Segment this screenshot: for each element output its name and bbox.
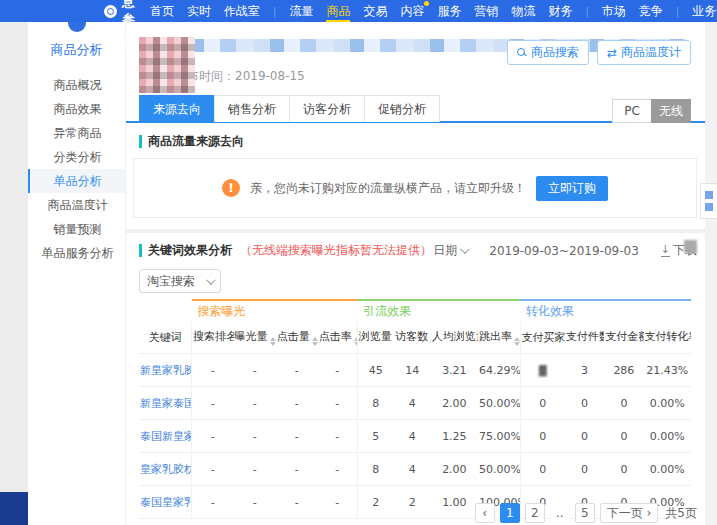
sort-icon[interactable] <box>514 337 520 346</box>
channel-select[interactable]: 淘宝搜索 <box>139 269 221 293</box>
value-cell: - <box>234 453 276 486</box>
order-now-button[interactable]: 立即订购 <box>536 176 608 201</box>
keyword-link[interactable]: 皇家乳胶枕 <box>140 463 192 476</box>
value-cell: 0 <box>565 420 604 453</box>
value-cell: ▓ <box>520 354 565 387</box>
device-pc[interactable]: PC <box>612 99 652 123</box>
column-exposure[interactable]: 曝光量 <box>234 321 276 354</box>
sort-icon[interactable] <box>354 337 357 346</box>
page-prev[interactable]: ‹ <box>475 503 495 523</box>
page-2[interactable]: 2 <box>525 503 545 523</box>
value-cell: 0 <box>565 387 604 420</box>
tab-visitor-analysis[interactable]: 访客分析 <box>289 95 365 122</box>
nav-item-product[interactable]: 商品 <box>326 0 350 22</box>
nav-item-logistics[interactable]: 物流 <box>511 0 535 22</box>
value-cell: - <box>234 420 276 453</box>
column-pay-conversion[interactable]: 支付转化率 <box>644 321 691 354</box>
nav-divider: | <box>273 6 276 17</box>
tab-source-destination[interactable]: 来源去向 <box>139 95 215 122</box>
sidebar-item-product-effect[interactable]: 商品效果 <box>28 97 125 121</box>
keyword-section-header: 关键词效果分析 （无线端搜索曝光指标暂无法提供） 日期 2019-09-03~2… <box>139 242 697 259</box>
keyword-link[interactable]: 泰国皇家乳胶 <box>140 496 192 509</box>
nav-item-business-zone[interactable]: 业务专区 <box>692 0 717 22</box>
sidebar-item-product-thermometer[interactable]: 商品温度计 <box>28 193 125 217</box>
column-pay-amount[interactable]: 支付金额 <box>604 321 643 354</box>
tab-promotion-analysis[interactable]: 促销分析 <box>364 95 440 122</box>
brand[interactable]: 生意参谋 <box>104 0 136 47</box>
value-cell: 1.00 <box>431 486 478 519</box>
table-row: 泰国新皇家乳----541.2575.00%0000.00% <box>139 420 691 453</box>
tabs-row: 来源去向销售分析访客分析促销分析 <box>139 95 440 122</box>
nav-item-market[interactable]: 市场 <box>602 0 626 22</box>
device-wireless[interactable]: 无线 <box>651 99 691 123</box>
date-dropdown[interactable]: 日期 <box>433 242 467 259</box>
product-thermometer-button[interactable]: ⇄ 商品温度计 <box>597 40 691 65</box>
column-pageviews[interactable]: 浏览量 <box>357 321 394 354</box>
date-range[interactable]: 2019-09-03~2019-09-03 <box>489 244 639 258</box>
value-cell: - <box>192 354 234 387</box>
sidebar-item-category-analysis[interactable]: 分类分析 <box>28 145 125 169</box>
brand-name: 生意参谋 <box>122 0 136 47</box>
nav-item-war-room[interactable]: 作战室 <box>224 0 260 22</box>
download-icon: ↓ <box>661 245 670 257</box>
value-cell: - <box>276 420 318 453</box>
keyword-link[interactable]: 泰国新皇家乳 <box>140 430 192 443</box>
value-cell: - <box>276 354 318 387</box>
sort-icon[interactable] <box>312 337 318 346</box>
value-cell: 0 <box>565 453 604 486</box>
scrollbar[interactable] <box>704 22 717 525</box>
nav-item-trade[interactable]: 交易 <box>363 0 387 22</box>
product-image <box>139 37 195 93</box>
sidebar-item-single-product-service[interactable]: 单品服务分析 <box>28 241 125 265</box>
column-pay-items[interactable]: 支付件数 <box>565 321 604 354</box>
page-1[interactable]: 1 <box>500 503 520 523</box>
warning-icon: ! <box>222 179 240 197</box>
value-cell: 0 <box>604 420 643 453</box>
value-cell: - <box>276 387 318 420</box>
value-cell: 0.00% <box>644 387 691 420</box>
keyword-link[interactable]: 新皇家泰国乳 <box>140 397 192 410</box>
sidebar-item-single-product-analysis[interactable]: 单品分析 <box>28 169 125 193</box>
column-ctr[interactable]: 点击率 <box>318 321 357 354</box>
value-cell: - <box>192 387 234 420</box>
floating-gray-widget[interactable] <box>684 240 697 253</box>
widget-icon <box>705 191 713 199</box>
column-avg-pageviews[interactable]: 人均浏览量 <box>431 321 478 354</box>
column-search-rank[interactable]: 搜索排名 <box>192 321 234 354</box>
value-cell: 0.00% <box>644 453 691 486</box>
keyword-section-controls: 日期 2019-09-03~2019-09-03 ↓ 下载 <box>433 242 697 259</box>
keyword-link[interactable]: 新皇家乳胶枕 <box>140 364 192 377</box>
column-clicks[interactable]: 点击量 <box>276 321 318 354</box>
column-bounce-rate[interactable]: 跳出率 <box>478 321 520 354</box>
nav-item-home[interactable]: 首页 <box>150 0 174 22</box>
value-cell: 75.00% <box>478 420 520 453</box>
floating-side-widget[interactable] <box>700 183 717 219</box>
value-cell: 2.00 <box>431 453 478 486</box>
nav-item-finance[interactable]: 财务 <box>548 0 572 22</box>
product-header-card: 发布时间：2019-08-15 商品搜索 ⇄ 商品温度计 来源去向销售分析访客分… <box>125 22 705 229</box>
sidebar-item-sales-forecast[interactable]: 销量预测 <box>28 217 125 241</box>
nav-item-competition[interactable]: 竞争 <box>639 0 663 22</box>
rail-bottom-widget[interactable] <box>0 492 28 525</box>
keyword-cell: 新皇家乳胶枕 <box>139 354 192 387</box>
page-next[interactable]: 下一页 › <box>600 503 659 523</box>
sort-icon[interactable] <box>270 337 276 346</box>
value-cell: - <box>318 387 357 420</box>
keyword-analysis-card: 关键词效果分析 （无线端搜索曝光指标暂无法提供） 日期 2019-09-03~2… <box>125 233 705 525</box>
nav-item-traffic[interactable]: 流量 <box>289 0 313 22</box>
value-cell: 1.25 <box>431 420 478 453</box>
keyword-table: 搜索曝光引流效果转化效果关键词搜索排名曝光量点击量点击率浏览量访客数人均浏览量跳… <box>139 299 691 519</box>
column-visitors[interactable]: 访客数 <box>394 321 431 354</box>
nav-item-marketing[interactable]: 营销 <box>474 0 498 22</box>
nav-item-service[interactable]: 服务 <box>437 0 461 22</box>
tab-sales-analysis[interactable]: 销售分析 <box>214 95 290 122</box>
sidebar-item-product-overview[interactable]: 商品概况 <box>28 73 125 97</box>
table-group-conversion-effect: 转化效果 <box>520 300 691 321</box>
nav-item-content[interactable]: 内容 <box>400 0 424 22</box>
sort-icon[interactable] <box>430 337 431 346</box>
value-cell: 8 <box>357 387 394 420</box>
nav-item-realtime[interactable]: 实时 <box>187 0 211 22</box>
sidebar-item-abnormal-product[interactable]: 异常商品 <box>28 121 125 145</box>
product-search-button[interactable]: 商品搜索 <box>507 40 589 65</box>
page-5[interactable]: 5 <box>575 503 595 523</box>
